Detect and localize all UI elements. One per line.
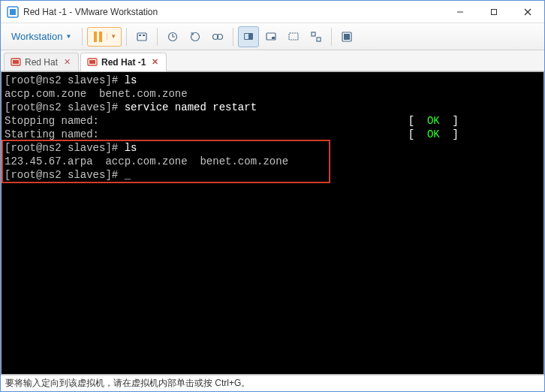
- toolbar-separator: [82, 28, 83, 46]
- svg-rect-6: [137, 33, 146, 41]
- window-controls: [443, 1, 544, 23]
- close-button[interactable]: [510, 1, 544, 23]
- svg-rect-19: [317, 38, 321, 41]
- statusbar-text: 要将输入定向到该虚拟机，请在虚拟机内部单击或按 Ctrl+G。: [5, 377, 250, 390]
- vm-icon: [11, 57, 21, 68]
- workstation-menu-label: Workstation: [11, 31, 62, 42]
- pause-icon: [89, 32, 107, 42]
- chevron-down-icon[interactable]: ▼: [107, 33, 119, 40]
- toolbar-separator: [126, 28, 127, 46]
- svg-rect-17: [289, 33, 298, 40]
- tab-vm-1[interactable]: Red Hat -1✕: [80, 53, 167, 71]
- vm-console[interactable]: [root@ns2 slaves]# lsaccp.com.zone benet…: [1, 71, 544, 375]
- svg-point-10: [191, 32, 200, 41]
- tab-label: Red Hat -1: [101, 57, 146, 68]
- svg-rect-25: [89, 60, 95, 64]
- maximize-button[interactable]: [477, 1, 510, 23]
- svg-rect-3: [491, 9, 496, 14]
- thumbnail-button[interactable]: [260, 26, 282, 47]
- statusbar: 要将输入定向到该虚拟机，请在虚拟机内部单击或按 Ctrl+G。: [1, 375, 544, 391]
- vm-tabbar: Red Hat✕Red Hat -1✕: [1, 50, 544, 71]
- svg-rect-14: [245, 34, 248, 39]
- svg-rect-7: [139, 35, 141, 36]
- tab-label: Red Hat: [25, 57, 58, 68]
- svg-rect-23: [13, 60, 19, 64]
- tab-close-icon[interactable]: ✕: [149, 57, 160, 68]
- workstation-menu[interactable]: Workstation ▼: [5, 28, 77, 45]
- titlebar: Red Hat -1 - VMware Workstation: [1, 1, 544, 23]
- chevron-down-icon: ▼: [65, 33, 71, 40]
- terminal-output: [root@ns2 slaves]# lsaccp.com.zone benet…: [2, 72, 543, 183]
- send-ctrl-alt-del-button[interactable]: [131, 26, 152, 47]
- snapshot-button[interactable]: [162, 26, 183, 47]
- show-console-button[interactable]: [238, 26, 259, 47]
- svg-rect-21: [344, 34, 350, 40]
- vm-icon: [87, 57, 98, 68]
- unity-button[interactable]: [306, 26, 327, 47]
- tab-vm-0[interactable]: Red Hat✕: [4, 53, 79, 71]
- manage-snapshots-button[interactable]: [207, 26, 228, 47]
- minimize-button[interactable]: [443, 1, 477, 23]
- window-title: Red Hat -1 - VMware Workstation: [23, 7, 158, 17]
- svg-rect-18: [312, 32, 315, 36]
- pause-button[interactable]: ▼: [87, 27, 122, 47]
- tab-close-icon[interactable]: ✕: [62, 57, 72, 68]
- toolbar-separator: [233, 28, 233, 46]
- stretch-button[interactable]: [283, 26, 304, 47]
- vmware-icon: [7, 6, 19, 18]
- toolbar-separator: [157, 28, 158, 46]
- fullscreen-button[interactable]: [336, 26, 357, 47]
- revert-snapshot-button[interactable]: [185, 26, 206, 47]
- svg-rect-8: [143, 35, 145, 36]
- toolbar: Workstation ▼ ▼: [1, 23, 544, 50]
- svg-rect-1: [10, 9, 16, 15]
- toolbar-separator: [331, 28, 332, 46]
- svg-rect-16: [272, 37, 275, 39]
